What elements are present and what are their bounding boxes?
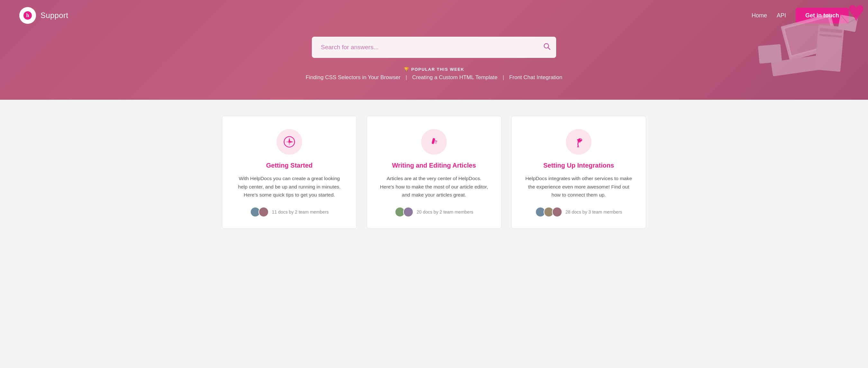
svg-rect-7 <box>758 44 782 64</box>
svg-point-32 <box>580 139 581 140</box>
popular-links: Finding CSS Selectors in Your Browser | … <box>19 74 849 81</box>
heart-decoration: ♥ <box>848 0 865 26</box>
popular-section: 🏆 POPULAR THIS WEEK Finding CSS Selector… <box>19 67 849 81</box>
svg-marker-19 <box>285 141 289 142</box>
svg-marker-18 <box>288 142 290 146</box>
writing-editing-doc-count: 20 docs by 2 team members <box>416 209 473 215</box>
card-integrations: ♥ Setting Up Integrations HelpDocs integ… <box>511 116 646 229</box>
compass-icon <box>283 135 296 148</box>
nav-api-link[interactable]: API <box>777 12 786 19</box>
svg-marker-20 <box>290 141 293 142</box>
hero-section: ♥ h Support Home API Get in touch <box>0 0 868 100</box>
popular-link-1[interactable]: Finding CSS Selectors in Your Browser <box>306 74 401 81</box>
cards-section: Getting Started With HelpDocs you can cr… <box>209 116 659 229</box>
separator-1: | <box>406 74 407 81</box>
trophy-icon: 🏆 <box>404 67 409 72</box>
separator-2: | <box>502 74 504 81</box>
avatar <box>552 207 562 217</box>
svg-marker-17 <box>288 138 290 141</box>
brand-name: Support <box>40 11 68 20</box>
svg-point-16 <box>288 141 290 142</box>
popular-link-2[interactable]: Creating a Custom HTML Template <box>412 74 498 81</box>
avatar <box>403 207 413 217</box>
pencil-tools-icon <box>428 135 440 148</box>
bird-icon: ♥ <box>572 135 585 148</box>
writing-editing-title: Writing and Editing Articles <box>380 162 488 169</box>
getting-started-avatars <box>250 207 269 217</box>
nav-brand-area: h Support <box>19 7 68 24</box>
integrations-desc: HelpDocs integrates with other services … <box>524 174 633 199</box>
integrations-avatars <box>535 207 562 217</box>
logo-icon: h <box>19 7 36 24</box>
integrations-doc-count: 28 docs by 3 team members <box>565 209 622 215</box>
card-getting-started: Getting Started With HelpDocs you can cr… <box>222 116 357 229</box>
search-button[interactable] <box>543 43 550 52</box>
nav-home-link[interactable]: Home <box>752 12 767 19</box>
hero-illustration <box>714 0 868 100</box>
svg-text:h: h <box>26 12 29 18</box>
integrations-title: Setting Up Integrations <box>524 162 633 169</box>
writing-editing-icon-wrap <box>421 129 447 155</box>
getting-started-doc-count: 11 docs by 2 team members <box>272 209 329 215</box>
card-writing-editing: Writing and Editing Articles Articles ar… <box>367 116 501 229</box>
getting-started-desc: With HelpDocs you can create a great loo… <box>235 174 344 199</box>
getting-started-title: Getting Started <box>235 162 344 169</box>
writing-editing-desc: Articles are at the very center of HelpD… <box>380 174 488 199</box>
integrations-icon-wrap: ♥ <box>566 129 591 155</box>
search-input[interactable] <box>312 37 556 58</box>
svg-text:♥: ♥ <box>577 138 578 141</box>
popular-label: 🏆 POPULAR THIS WEEK <box>19 67 849 72</box>
search-area <box>312 37 556 58</box>
avatar <box>258 207 269 217</box>
getting-started-icon-wrap <box>277 129 302 155</box>
writing-editing-meta: 20 docs by 2 team members <box>380 207 488 217</box>
svg-line-14 <box>548 48 550 50</box>
integrations-meta: 28 docs by 3 team members <box>524 207 633 217</box>
getting-started-meta: 11 docs by 2 team members <box>235 207 344 217</box>
search-icon <box>543 43 550 50</box>
popular-link-3[interactable]: Front Chat Integration <box>509 74 562 81</box>
writing-editing-avatars <box>395 207 413 217</box>
